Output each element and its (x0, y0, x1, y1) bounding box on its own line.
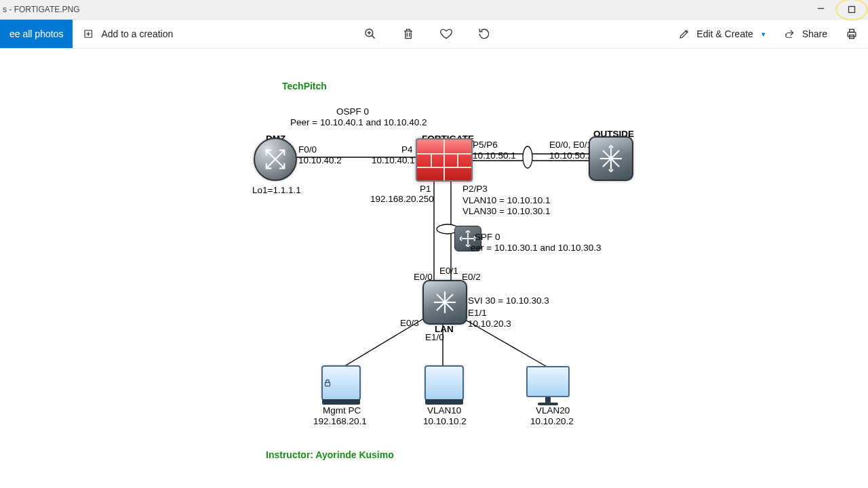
fg-p4: P4 (401, 144, 413, 155)
ospf-top-peer: Peer = 10.10.40.1 and 10.10.40.2 (290, 117, 427, 127)
ospf-mid-title: SPF 0 (475, 232, 500, 242)
vlan20-ip: 10.10.20.2 (530, 416, 574, 426)
mgmt-pc-icon (321, 365, 361, 405)
print-icon[interactable] (840, 27, 864, 41)
vlan10-pc-icon (425, 365, 464, 405)
dmz-router-icon (254, 138, 297, 181)
svg-line-6 (372, 36, 375, 39)
vlan10-ip: 10.10.10.2 (423, 416, 467, 426)
edit-create-button[interactable]: Edit & Create ▾ (672, 20, 770, 48)
fg-p2p3: P2/P3 (462, 184, 488, 194)
add-creation-icon (82, 27, 96, 41)
see-all-label: ee all photos (9, 28, 63, 39)
dmz-port: F0/0 (298, 144, 317, 155)
fg-p5ip: 10.10.50.1 (473, 150, 516, 161)
maximize-button[interactable] (835, 0, 868, 20)
fg-vlan30: VLAN30 = 10.10.30.1 (462, 206, 550, 216)
brand-label: TechPitch (282, 81, 327, 92)
svg-rect-1 (849, 7, 855, 13)
vlan10-name: VLAN10 (427, 405, 461, 415)
see-all-photos-button[interactable]: ee all photos (0, 20, 73, 48)
share-label: Share (802, 28, 827, 39)
toolbar: ee all photos Add to a creation Edit & C… (0, 20, 868, 49)
share-button[interactable]: Share (778, 20, 833, 48)
instructor-label: Instructor: Ayorinde Kusimo (266, 449, 394, 460)
window-titlebar: s - FORTIGATE.PNG (0, 0, 868, 20)
lan-e11: E1/1 (468, 308, 487, 318)
minimize-button[interactable] (806, 0, 835, 18)
lan-e11-ip: 10.10.20.3 (468, 319, 511, 329)
lan-svi30: SVI 30 = 10.10.30.3 (468, 296, 549, 306)
edit-create-label: Edit & Create (696, 28, 753, 39)
zoom-icon[interactable] (363, 27, 377, 41)
chevron-down-icon: ▾ (762, 30, 766, 39)
fg-p1: P1 (420, 184, 431, 194)
fortigate-firewall-icon (416, 138, 473, 182)
ospf-top-title: OSPF 0 (336, 106, 369, 117)
fg-p1-ip: 192.168.20.250 (370, 194, 434, 204)
delete-icon[interactable] (401, 27, 415, 41)
window-title: s - FORTIGATE.PNG (0, 5, 80, 14)
lan-switch-icon (422, 280, 467, 325)
edit-icon (677, 27, 691, 41)
vlan20-name: VLAN20 (536, 405, 570, 415)
share-icon (783, 27, 797, 41)
svg-point-17 (523, 146, 532, 168)
diagram-canvas: TechPitch OSPF 0 Peer = 10.10.40.1 and 1… (0, 49, 868, 488)
svg-rect-36 (326, 382, 330, 386)
ospf-mid-peer: eer = 10.10.30.1 and 10.10.30.3 (471, 243, 601, 253)
add-to-creation-button[interactable]: Add to a creation (73, 20, 182, 48)
lan-e10: E1/0 (425, 332, 444, 342)
rotate-icon[interactable] (477, 27, 491, 41)
outside-ip: 10.10.50.2 (549, 150, 593, 161)
heart-icon[interactable] (439, 27, 453, 41)
fg-p4-ip: 10.10.40.1 (372, 155, 415, 165)
lan-e01: E0/1 (439, 266, 458, 276)
fg-vlan10: VLAN10 = 10.10.10.1 (462, 195, 550, 205)
outside-port: E0/0, E0/1 (549, 140, 592, 150)
lan-e02: E0/2 (462, 272, 481, 282)
add-creation-label: Add to a creation (101, 28, 173, 39)
lan-e03: E0/3 (400, 318, 419, 328)
dmz-loop: Lo1=1.1.1.1 (252, 185, 301, 195)
vlan20-monitor-icon (526, 366, 570, 405)
svg-rect-11 (848, 33, 856, 37)
dmz-ip: 10.10.40.2 (298, 155, 342, 165)
fg-p5p6: P5/P6 (473, 140, 498, 150)
mgmt-name: Mgmt PC (323, 405, 361, 415)
mgmt-ip: 192.168.20.1 (313, 416, 367, 426)
svg-rect-12 (850, 29, 854, 32)
outside-switch-icon (589, 136, 633, 181)
